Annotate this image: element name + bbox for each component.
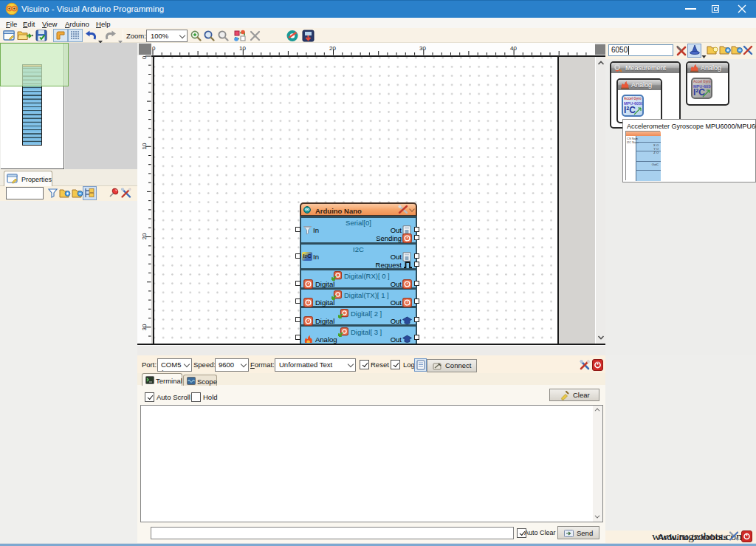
svg-text:40: 40 — [510, 45, 517, 52]
svg-text:0: 0 — [141, 55, 148, 59]
svg-text:30: 30 — [141, 324, 148, 330]
svg-text:20: 20 — [141, 233, 148, 239]
svg-text:30: 30 — [419, 45, 426, 52]
svg-text:10: 10 — [141, 143, 148, 149]
svg-text:10: 10 — [239, 45, 246, 52]
svg-text:0: 0 — [152, 45, 156, 52]
svg-text:20: 20 — [329, 45, 336, 52]
